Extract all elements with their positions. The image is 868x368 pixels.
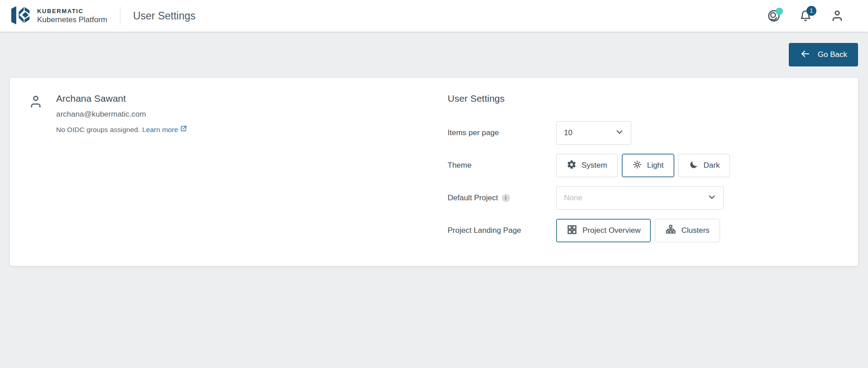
kubermatic-logo[interactable]: KUBERMATIC Kubernetes Platform xyxy=(11,5,107,27)
theme-light-button[interactable]: Light xyxy=(622,154,674,177)
page-title: User Settings xyxy=(133,10,196,22)
brand-name: KUBERMATIC xyxy=(37,8,107,14)
arrow-left-icon xyxy=(800,48,811,61)
notifications-bell-icon[interactable]: 1 xyxy=(798,9,813,23)
user-account-icon[interactable] xyxy=(830,9,844,23)
info-icon[interactable]: i xyxy=(502,194,510,202)
user-identity-section: Archana Sawant archana@kubermatic.com No… xyxy=(10,78,448,266)
learn-more-link[interactable]: Learn more xyxy=(142,125,186,134)
landing-page-label: Project Landing Page xyxy=(448,226,556,235)
header-divider xyxy=(120,7,120,25)
chevron-down-icon xyxy=(615,127,625,139)
app-header: KUBERMATIC Kubernetes Platform User Sett… xyxy=(0,0,868,32)
theme-dark-button[interactable]: Dark xyxy=(678,154,730,177)
brand-subtitle: Kubernetes Platform xyxy=(37,15,107,24)
changelog-icon[interactable] xyxy=(767,9,781,23)
default-project-placeholder: None xyxy=(564,193,582,203)
landing-project-overview-button[interactable]: Project Overview xyxy=(556,219,651,242)
items-per-page-value: 10 xyxy=(564,128,572,137)
landing-page-row: Project Landing Page P xyxy=(448,219,858,242)
user-settings-card: Archana Sawant archana@kubermatic.com No… xyxy=(10,78,858,266)
default-project-select[interactable]: None xyxy=(556,186,724,210)
sun-icon xyxy=(632,160,642,172)
user-email: archana@kubermatic.com xyxy=(56,110,187,119)
header-icon-group: 1 xyxy=(767,9,844,23)
theme-light-label: Light xyxy=(647,161,664,170)
default-project-row: Default Project i None xyxy=(448,186,858,210)
theme-row: Theme System xyxy=(448,154,858,177)
items-per-page-row: Items per page 10 xyxy=(448,121,858,145)
grid-icon xyxy=(567,224,577,237)
gear-icon xyxy=(567,160,577,172)
notifications-count-badge: 1 xyxy=(806,6,816,16)
user-name: Archana Sawant xyxy=(56,93,187,104)
oidc-groups-text: No OIDC groups assigned. xyxy=(56,126,140,134)
settings-title: User Settings xyxy=(448,93,858,104)
theme-dark-label: Dark xyxy=(704,161,720,170)
theme-system-button[interactable]: System xyxy=(556,154,618,177)
items-per-page-select[interactable]: 10 xyxy=(556,121,631,145)
go-back-label: Go Back xyxy=(818,50,847,59)
default-project-label: Default Project xyxy=(448,193,498,203)
changelog-new-badge xyxy=(776,8,783,15)
landing-project-overview-label: Project Overview xyxy=(582,226,640,235)
user-settings-section: User Settings Items per page 10 xyxy=(448,78,858,266)
chevron-down-icon xyxy=(707,192,717,204)
landing-clusters-label: Clusters xyxy=(681,226,709,235)
external-link-icon xyxy=(180,125,187,134)
theme-system-label: System xyxy=(582,161,607,170)
go-back-button[interactable]: Go Back xyxy=(789,43,858,66)
page-content: Go Back Archana Sawant archana@kubermati… xyxy=(0,43,868,266)
theme-label: Theme xyxy=(448,161,556,170)
landing-clusters-button[interactable]: Clusters xyxy=(655,219,720,242)
kubermatic-logo-icon xyxy=(11,5,31,27)
clusters-hierarchy-icon xyxy=(665,224,676,237)
items-per-page-label: Items per page xyxy=(448,128,556,137)
moon-icon xyxy=(689,160,699,172)
user-avatar-icon xyxy=(29,94,43,109)
